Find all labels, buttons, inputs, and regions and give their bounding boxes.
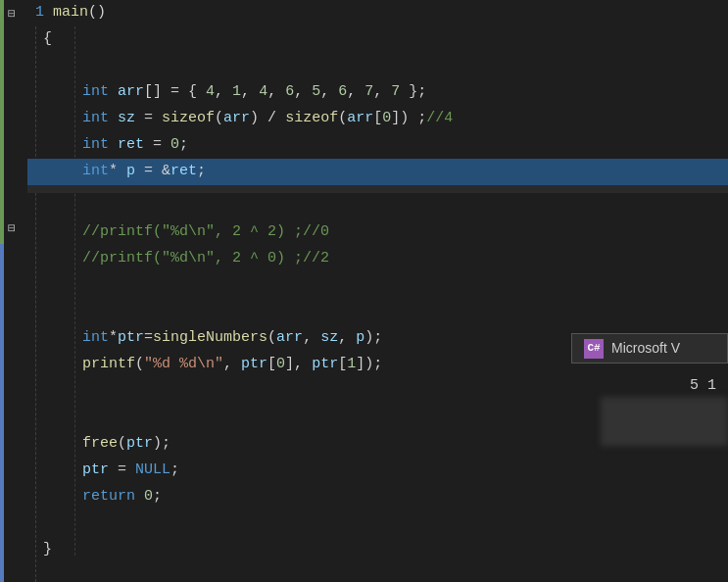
- tooltip-popup: C# Microsoft V: [571, 333, 728, 364]
- code-line-19: ptr = NULL;: [27, 458, 728, 484]
- code-line-11: //printf("%d\n", 2 ^ 0) ;//2: [27, 246, 728, 272]
- code-line-1: 1 main(): [27, 0, 728, 26]
- output-value: 5 1: [690, 375, 716, 398]
- code-line-separator: [27, 185, 728, 193]
- editor-container: ⊟ ⊟ 1 main() { int arr[] = { 4, 1, 4, 6,…: [0, 0, 728, 582]
- collapse-block-icon[interactable]: ⊟: [8, 219, 16, 239]
- code-line-12: [27, 272, 728, 299]
- collapse-main-icon[interactable]: ⊟: [8, 5, 16, 24]
- code-line-6: int ret = 0;: [27, 132, 728, 159]
- code-line-22: }: [27, 537, 728, 563]
- tooltip-icon: C#: [584, 339, 604, 359]
- code-content: 1 main() { int arr[] = { 4, 1, 4, 6, 5, …: [27, 0, 728, 582]
- code-line-10: //printf("%d\n", 2 ^ 2) ;//0: [27, 219, 728, 246]
- code-line-21: [27, 510, 728, 537]
- code-line-5: int sz = sizeof(arr) / sizeof(arr[0]) ;/…: [27, 106, 728, 132]
- code-line-13: [27, 299, 728, 325]
- code-line-7: int* p = &ret;: [27, 159, 728, 185]
- tooltip-label: Microsoft V: [611, 338, 680, 359]
- code-line-20: return 0;: [27, 484, 728, 510]
- code-line-4: int arr[] = { 4, 1, 4, 6, 5, 6, 7, 7 };: [27, 79, 728, 106]
- code-line-9: [27, 193, 728, 219]
- gutter: ⊟ ⊟: [4, 0, 27, 582]
- code-line-3: [27, 53, 728, 79]
- code-line-2: {: [27, 26, 728, 53]
- keyword-int-1: 1: [35, 2, 44, 24]
- output-blur: [601, 397, 728, 446]
